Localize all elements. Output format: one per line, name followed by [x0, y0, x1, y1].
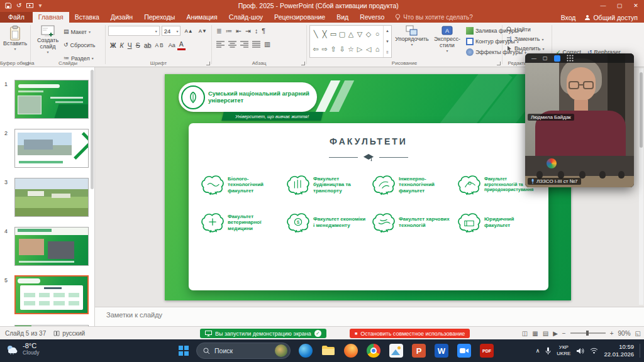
- view-slideshow-button[interactable]: ▶: [553, 330, 558, 337]
- dialog-launcher-icon[interactable]: [497, 62, 501, 65]
- overlay-pin-button[interactable]: [554, 55, 560, 62]
- replace-button[interactable]: Заменить ▾: [505, 35, 549, 43]
- slide-thumbnail-5-selected[interactable]: [14, 275, 89, 314]
- tab-file[interactable]: Файл: [0, 12, 33, 23]
- slide-thumbnail-3[interactable]: [14, 178, 89, 217]
- dialog-launcher-icon[interactable]: [206, 62, 210, 65]
- shape-glyph[interactable]: ⇨: [320, 41, 329, 57]
- bold-button[interactable]: Ж: [108, 40, 118, 51]
- language-indicator[interactable]: русский: [53, 330, 85, 337]
- scroll-down-icon[interactable]: ▼: [386, 40, 389, 43]
- tab-design[interactable]: Дизайн: [105, 12, 138, 23]
- tell-me-box[interactable]: Что вы хотите сделать?: [395, 14, 473, 23]
- align-left-icon[interactable]: [216, 41, 225, 48]
- slide-thumbnail-4[interactable]: [14, 227, 89, 266]
- share-button[interactable]: Общий доступ: [584, 14, 638, 21]
- save-icon[interactable]: [5, 3, 11, 9]
- slide-thumbnail-2[interactable]: [14, 129, 89, 168]
- arrange-button[interactable]: Упорядочить ▾: [394, 25, 430, 47]
- chrome-icon[interactable]: [366, 343, 381, 358]
- justify-icon[interactable]: [252, 41, 260, 48]
- clock[interactable]: 10:59 22.01.2026: [604, 343, 634, 358]
- italic-button[interactable]: К: [118, 40, 126, 51]
- zoom-in-button[interactable]: +: [610, 330, 614, 337]
- shape-glyph[interactable]: ▷: [355, 41, 364, 57]
- zoom-out-button[interactable]: −: [562, 330, 566, 337]
- shape-glyph[interactable]: ☆: [347, 41, 355, 57]
- shape-glyph[interactable]: ⇩: [338, 41, 347, 57]
- screen-share-banner[interactable]: Вы запустили демонстрацию экрана ✓: [200, 329, 326, 338]
- tab-reverso[interactable]: Reverso: [354, 12, 390, 23]
- shape-glyph[interactable]: ▭: [329, 26, 338, 41]
- shrink-font-icon[interactable]: А▼: [197, 26, 209, 36]
- show-desktop-button[interactable]: [640, 344, 641, 358]
- find-button[interactable]: Найти: [505, 26, 549, 33]
- file-explorer-icon[interactable]: [321, 343, 336, 358]
- bullets-button[interactable]: ≣: [214, 26, 224, 36]
- tab-transitions[interactable]: Переходы: [138, 12, 180, 23]
- sign-in-button[interactable]: Вход: [561, 14, 576, 21]
- strikethrough-button[interactable]: S: [134, 40, 142, 51]
- shape-glyph[interactable]: ◇: [364, 26, 373, 41]
- start-button[interactable]: [179, 346, 189, 356]
- align-right-icon[interactable]: [240, 41, 248, 48]
- maximize-button[interactable]: ▢: [611, 0, 628, 11]
- shape-glyph[interactable]: ╳: [320, 26, 329, 41]
- view-slide-sorter-button[interactable]: ▦: [532, 330, 538, 337]
- pdf-icon[interactable]: PDF: [479, 343, 494, 358]
- tab-slideshow[interactable]: Слайд-шоу: [223, 12, 269, 23]
- video-conference-overlay[interactable]: Людмила Байдак ЛЗЗСО І-ІІІ ст №7 — ▢: [525, 53, 634, 187]
- zoom-slider[interactable]: [570, 332, 606, 334]
- zoom-icon[interactable]: [457, 343, 472, 358]
- thumbnails-scrollbar[interactable]: [91, 70, 94, 189]
- undo-icon[interactable]: ↺: [16, 3, 21, 9]
- increase-indent-button[interactable]: ⇥: [243, 26, 253, 36]
- current-slide[interactable]: Сумський національний аграрний університ…: [165, 74, 571, 300]
- apps-grid-icon[interactable]: [567, 55, 574, 62]
- weather-widget[interactable]: -8°C Cloudy: [5, 342, 39, 356]
- underline-button[interactable]: Ч: [126, 40, 134, 51]
- firefox-icon[interactable]: [343, 343, 358, 358]
- dialog-launcher-icon[interactable]: [25, 62, 29, 65]
- start-slideshow-icon[interactable]: [26, 3, 33, 9]
- powerpoint-icon[interactable]: P: [411, 343, 426, 358]
- change-case-button[interactable]: Аа: [167, 40, 177, 51]
- shapes-gallery-scroll[interactable]: ▲ ▼ ≡: [383, 26, 391, 57]
- microphone-icon[interactable]: [545, 347, 551, 355]
- view-reading-button[interactable]: ▤: [543, 330, 548, 337]
- photos-icon[interactable]: [389, 343, 404, 358]
- character-spacing-button[interactable]: АВ: [153, 40, 166, 51]
- speaker-icon[interactable]: [576, 348, 584, 354]
- paste-button[interactable]: Вставить ▾: [3, 25, 28, 52]
- shape-glyph[interactable]: ▢: [338, 26, 347, 41]
- shape-glyph[interactable]: ◁: [364, 41, 373, 57]
- shape-glyph[interactable]: ⇧: [329, 41, 338, 57]
- search-box[interactable]: Поиск: [196, 343, 291, 359]
- zoom-slider-thumb[interactable]: [586, 331, 589, 336]
- reset-button[interactable]: ↺ Сбросить: [62, 39, 97, 51]
- font-color-button[interactable]: А: [177, 40, 186, 50]
- tray-chevron-up-icon[interactable]: ∧: [536, 348, 540, 354]
- minimize-button[interactable]: —: [595, 0, 611, 11]
- dialog-launcher-icon[interactable]: [301, 62, 305, 65]
- select-button[interactable]: Выделить ▾: [505, 45, 549, 52]
- slide-thumbnail-1[interactable]: [14, 80, 89, 119]
- overlay-maximize-button[interactable]: ▢: [543, 56, 548, 61]
- stop-sharing-button[interactable]: ■ Остановить совместное использование: [350, 329, 470, 338]
- quick-styles-button[interactable]: A Экспресс-стили ▾: [432, 25, 462, 53]
- wifi-icon[interactable]: [590, 348, 598, 354]
- decrease-indent-button[interactable]: ⇤: [234, 26, 243, 36]
- shape-glyph[interactable]: ╲: [311, 26, 320, 41]
- tab-view[interactable]: Вид: [331, 12, 354, 23]
- shapes-gallery[interactable]: ╲ ╳ ▭ ▢ △ ▽ ◇ ○ ⇦ ⇨ ⇧ ⇩ ☆ ▷ ◁: [309, 25, 392, 58]
- tab-home[interactable]: Главная: [33, 12, 69, 23]
- tab-insert[interactable]: Вставка: [69, 12, 105, 23]
- tab-animations[interactable]: Анимация: [180, 12, 223, 23]
- paragraph-marks-button[interactable]: ¶: [260, 26, 267, 36]
- notes-pane[interactable]: Заметки к слайду: [95, 307, 644, 326]
- zoom-level[interactable]: 90%: [618, 330, 631, 337]
- text-shadow-button[interactable]: ab: [142, 40, 153, 51]
- edge-icon[interactable]: [298, 343, 313, 358]
- word-icon[interactable]: W: [434, 343, 449, 358]
- shape-glyph[interactable]: ⌂: [373, 41, 382, 57]
